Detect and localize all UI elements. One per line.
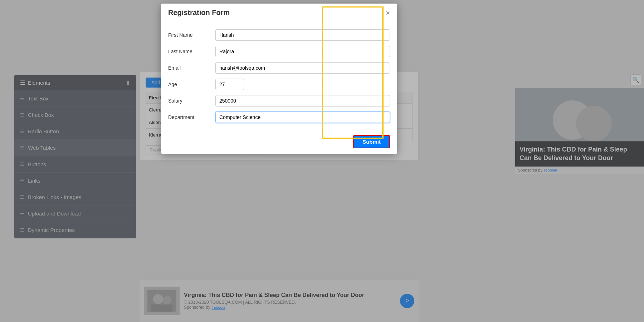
form-row-age: Age [168, 79, 390, 90]
modal-title: Registration Form [168, 9, 230, 17]
modal-header: Registration Form × [161, 4, 397, 22]
form-row-department: Department [168, 112, 390, 123]
form-row-firstname: First Name [168, 29, 390, 41]
form-row-salary: Salary [168, 95, 390, 106]
label-email: Email [168, 65, 211, 71]
form-row-lastname: Last Name [168, 46, 390, 57]
input-firstname[interactable] [215, 29, 390, 41]
label-age: Age [168, 81, 211, 87]
label-salary: Salary [168, 98, 211, 104]
label-department: Department [168, 114, 211, 120]
registration-modal: Registration Form × First Name Last Name… [161, 4, 397, 154]
modal-body: First Name Last Name Email Age Salary De… [161, 22, 397, 132]
input-age[interactable] [215, 79, 244, 90]
label-firstname: First Name [168, 32, 211, 38]
input-lastname[interactable] [215, 46, 390, 57]
form-row-email: Email [168, 62, 390, 74]
modal-close-button[interactable]: × [386, 9, 390, 16]
input-department[interactable] [215, 112, 390, 123]
label-lastname: Last Name [168, 49, 211, 54]
input-salary[interactable] [215, 95, 390, 106]
submit-button[interactable]: Submit [353, 135, 390, 148]
input-email[interactable] [215, 62, 390, 74]
modal-footer: Submit [161, 132, 397, 154]
